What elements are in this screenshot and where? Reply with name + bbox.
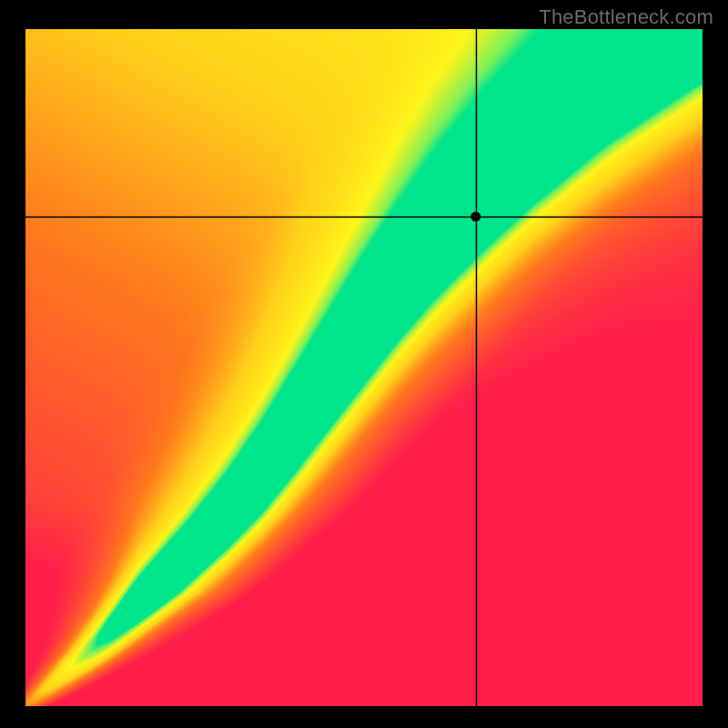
watermark-text: TheBottleneck.com bbox=[539, 5, 713, 29]
chart-container: TheBottleneck.com bbox=[0, 0, 728, 728]
heatmap-canvas bbox=[25, 29, 703, 706]
heatmap-plot bbox=[25, 29, 703, 706]
